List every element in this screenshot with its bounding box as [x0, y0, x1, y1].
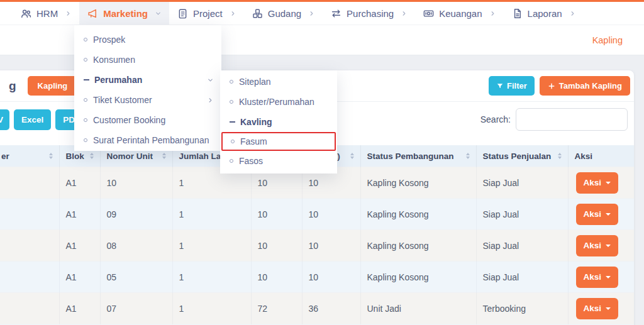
menu-item-label: Fasos — [239, 156, 263, 166]
table-row: A10911010Kapling KosongSiap JualAksi — [0, 199, 634, 230]
menu-item-label: Customer Booking — [93, 115, 165, 125]
table-cell: 08 — [100, 230, 172, 262]
export-excel-button[interactable]: Excel — [14, 109, 51, 130]
search-input[interactable] — [516, 108, 628, 131]
table-cell: Siap Jual — [476, 199, 568, 230]
aksi-button[interactable]: Aksi — [576, 267, 619, 288]
column-header-label: Blok — [66, 151, 84, 161]
table-cell: A1 — [59, 262, 100, 293]
menu-item-label: Fasum — [240, 136, 267, 146]
nav-item-label: Purchasing — [347, 8, 394, 19]
column-header-status-penjualan[interactable]: Status Penjualan — [476, 145, 568, 167]
aksi-button[interactable]: Aksi — [576, 172, 619, 194]
boxes-icon — [252, 8, 264, 19]
column-header-aksi: Aksi — [568, 145, 634, 167]
submenu-item-fasum[interactable]: Fasum — [221, 132, 336, 151]
table-cell: 10 — [302, 262, 360, 293]
menu-item-surat-perintah-pembangunan[interactable]: Surat Perintah Pembangunan — [74, 130, 221, 150]
circle-bullet-icon — [230, 100, 233, 104]
nav-item-marketing[interactable]: Marketing — [79, 2, 169, 25]
nav-item-purchasing[interactable]: Purchasing — [323, 2, 415, 25]
table-cell: Kapling Kosong — [360, 262, 476, 293]
banknote-icon — [423, 8, 435, 19]
tambah-kapling-button[interactable]: Tambah Kapling — [540, 76, 630, 96]
nav-item-laporan[interactable]: Laporan — [504, 2, 584, 25]
filter-button-label: Filter — [507, 81, 527, 91]
sort-arrows-icon — [462, 153, 470, 159]
menu-item-customer-booking[interactable]: Customer Booking — [74, 110, 221, 130]
menu-item-tiket-kustomer[interactable]: Tiket Kustomer — [74, 90, 221, 110]
table-cell — [0, 230, 59, 262]
submenu-item-fasos[interactable]: Fasos — [220, 151, 337, 171]
search-label: Search: — [480, 114, 511, 124]
nav-item-project[interactable]: Project — [169, 2, 244, 25]
menu-item-label: Siteplan — [239, 77, 271, 87]
chevron-right-icon — [207, 97, 214, 104]
aksi-button-label: Aksi — [584, 209, 602, 219]
search-area: Search: — [480, 108, 628, 131]
menu-item-label: Perumahan — [94, 75, 142, 85]
column-header-label: Aksi — [575, 151, 593, 161]
table-cell-aksi: Aksi — [568, 199, 634, 230]
nav-item-gudang[interactable]: Gudang — [244, 2, 323, 25]
menu-item-konsumen[interactable]: Konsumen — [74, 50, 221, 70]
circle-bullet-icon — [230, 159, 233, 163]
nav-item-keuangan[interactable]: Keuangan — [415, 2, 503, 25]
table-cell: 10 — [302, 230, 360, 262]
table-cell: 1 — [172, 199, 251, 230]
chevron-down-icon — [207, 77, 214, 84]
aksi-button[interactable]: Aksi — [576, 298, 619, 319]
caret-down-icon — [606, 307, 611, 310]
export-button-label: Excel — [21, 115, 43, 124]
dash-bullet-icon — [84, 79, 89, 80]
filter-button[interactable]: Filter — [489, 76, 535, 96]
table-cell: 72 — [251, 293, 302, 324]
caret-down-icon — [606, 213, 611, 216]
aksi-button[interactable]: Aksi — [576, 204, 619, 225]
table-cell-aksi: Aksi — [568, 167, 634, 199]
page-title: g — [9, 79, 16, 93]
table-cell: 07 — [100, 293, 172, 324]
nav-item-label: Marketing — [103, 8, 148, 19]
table-cell: 10 — [251, 262, 302, 293]
submenu-item-siteplan[interactable]: Siteplan — [220, 72, 337, 92]
users-icon — [20, 8, 32, 19]
table-cell: Terbooking — [476, 293, 568, 324]
aksi-button[interactable]: Aksi — [576, 235, 619, 256]
table-cell — [0, 167, 59, 199]
circle-bullet-icon — [84, 58, 87, 62]
nav-item-label: Keuangan — [439, 8, 482, 19]
table-cell-aksi: Aksi — [568, 230, 634, 262]
column-header-status-pembangunan[interactable]: Status Pembangunan — [360, 145, 476, 167]
submenu-item-kluster-perumahan[interactable]: Kluster/Perumahan — [220, 92, 337, 112]
table-cell — [0, 262, 59, 293]
aksi-button-label: Aksi — [584, 178, 602, 187]
circle-bullet-icon — [84, 98, 87, 102]
table-cell: Kapling Kosong — [360, 167, 476, 199]
table-cell: 1 — [172, 230, 251, 262]
column-header-label: er — [1, 151, 9, 161]
breadcrumb-current: Kapling — [592, 35, 623, 45]
table-cell: Kapling Kosong — [360, 199, 476, 230]
menu-item-perumahan[interactable]: Perumahan — [74, 70, 221, 90]
table-cell: A1 — [59, 167, 100, 199]
table-row: A10511010Kapling KosongSiap JualAksi — [0, 262, 634, 293]
sort-arrows-icon — [86, 153, 94, 159]
menu-item-label: Prospek — [93, 35, 125, 45]
menu-item-label: Surat Perintah Pembangunan — [93, 135, 209, 145]
menu-item-label: Kluster/Perumahan — [239, 97, 314, 107]
table-cell: Unit Jadi — [360, 293, 476, 324]
nav-item-hrm[interactable]: HRM — [13, 2, 79, 25]
document-icon — [511, 8, 523, 19]
header-actions: Filter Tambah Kapling — [489, 76, 630, 96]
aksi-button-label: Aksi — [584, 272, 602, 282]
table-cell-aksi: Aksi — [568, 262, 634, 293]
submenu-item-kavling[interactable]: Kavling — [220, 112, 337, 132]
table-cell: Siap Jual — [476, 262, 568, 293]
table-cell: 05 — [100, 262, 172, 293]
menu-item-prospek[interactable]: Prospek — [74, 30, 221, 50]
sort-arrows-icon — [45, 153, 53, 159]
export-v-button[interactable]: V — [0, 109, 9, 130]
nav-item-label: Gudang — [268, 8, 301, 19]
column-header-er[interactable]: er — [0, 145, 59, 167]
